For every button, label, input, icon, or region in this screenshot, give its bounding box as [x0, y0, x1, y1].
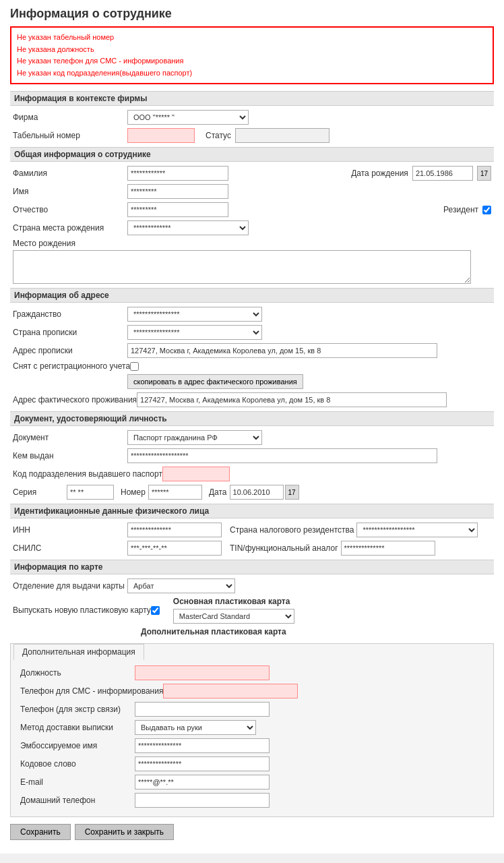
extra-tab-content: Должность Телефон для СМС - информирован…: [11, 660, 493, 816]
ident-section: Идентификационные данные физического лиц…: [10, 504, 494, 556]
extra-phone-input[interactable]: [135, 702, 270, 717]
tin-input[interactable]: [341, 541, 435, 556]
status-label: Статус: [206, 131, 231, 140]
reg-address-input[interactable]: [127, 343, 437, 358]
error-box: Не указан табельный номер Не указана дол…: [10, 26, 494, 84]
tab-num-input[interactable]: [127, 128, 195, 143]
tab-num-row: Табельный номер Статус: [10, 128, 494, 143]
new-card-row: Выпускать новую пластиковую карту Основн…: [10, 597, 494, 624]
firstname-row: Имя: [10, 184, 494, 199]
birth-place-label: Место рождения: [13, 239, 127, 248]
extra-tab[interactable]: Дополнительная информация: [13, 644, 144, 660]
save-close-button[interactable]: Сохранить и закрыть: [75, 824, 174, 840]
reg-country-select[interactable]: ****************: [127, 325, 262, 340]
doc-type-select[interactable]: Паспорт гражданина РФ: [127, 430, 262, 445]
general-section-header: Общая информация о сотруднике: [10, 147, 494, 162]
fact-address-input[interactable]: [137, 392, 447, 407]
div-code-label: Код подразделения выдавшего паспорт: [13, 469, 162, 479]
citizenship-select[interactable]: ****************: [127, 307, 262, 322]
emboss-row: Эмбоссируемое имя: [18, 738, 486, 753]
doc-series-row: Серия Номер Дата 17: [10, 485, 494, 500]
lastname-input[interactable]: [127, 166, 228, 181]
tin-label: TIN/функциональный аналог: [230, 543, 338, 553]
date-issued-picker[interactable]: 17: [285, 485, 299, 500]
series-input[interactable]: [67, 485, 114, 500]
inn-input[interactable]: [127, 523, 222, 537]
doc-type-label: Документ: [13, 433, 127, 442]
tab-num-label: Табельный номер: [13, 131, 127, 140]
date-issued-label: Дата: [209, 487, 227, 497]
position-label: Должность: [20, 668, 135, 678]
firm-section-header: Информация в контексте фирмы: [10, 91, 494, 106]
emboss-input[interactable]: [135, 738, 270, 753]
footer-buttons: Сохранить Сохранить и закрыть: [10, 824, 494, 840]
tab-header: Дополнительная информация: [11, 644, 493, 660]
date-issued-input[interactable]: [230, 485, 284, 500]
birth-date-label: Дата рождения: [351, 169, 408, 178]
extra-phone-label: Телефон (для экстр связи): [20, 705, 135, 714]
inn-row: ИНН Страна налогового резидентства *****…: [10, 523, 494, 537]
deregistered-row: Снят с регистрационного учета: [10, 361, 494, 371]
birth-place-row: Место рождения: [10, 239, 494, 284]
home-phone-row: Домашний телефон: [18, 793, 486, 808]
home-phone-input[interactable]: [135, 793, 270, 808]
copy-address-button[interactable]: скопировать в адрес фактического прожива…: [127, 374, 303, 389]
lastname-row: Фамилия Дата рождения 17: [10, 166, 494, 181]
status-input[interactable]: [235, 128, 329, 143]
tax-country-select[interactable]: ******************: [356, 523, 478, 537]
save-button[interactable]: Сохранить: [10, 824, 71, 840]
resident-label: Резидент: [443, 205, 478, 214]
new-card-checkbox[interactable]: [151, 606, 160, 615]
firm-select[interactable]: ООО "***** ": [127, 110, 249, 125]
position-input[interactable]: [135, 665, 270, 680]
reg-address-row: Адрес прописки: [10, 343, 494, 358]
snils-input[interactable]: [127, 541, 222, 556]
country-birth-row: Страна места рождения *************: [10, 220, 494, 235]
address-section: Информация об адресе Гражданство *******…: [10, 288, 494, 407]
extra-phone-row: Телефон (для экстр связи): [18, 702, 486, 717]
birth-date-input[interactable]: [412, 166, 473, 181]
code-word-input[interactable]: [135, 756, 270, 771]
number-input[interactable]: [148, 485, 202, 500]
error-2: Не указана должность: [17, 44, 487, 56]
reg-country-row: Страна прописки ****************: [10, 325, 494, 340]
deregistered-checkbox[interactable]: [130, 362, 139, 371]
firm-row: Фирма ООО "***** ": [10, 110, 494, 125]
deregistered-label: Снят с регистрационного учета: [13, 361, 130, 371]
email-row: E-mail: [18, 775, 486, 790]
div-code-input[interactable]: [162, 467, 230, 481]
address-section-header: Информация об адресе: [10, 288, 494, 303]
sms-phone-input[interactable]: [163, 684, 298, 698]
birth-place-textarea[interactable]: [13, 250, 471, 284]
snils-row: СНИЛС TIN/функциональный аналог: [10, 541, 494, 556]
patronymic-input[interactable]: [127, 202, 228, 217]
main-card-label: Основная пластиковая карта: [173, 597, 491, 606]
branch-select[interactable]: Арбат: [127, 578, 235, 593]
patronymic-row: Отчество Резидент: [10, 202, 494, 217]
birth-date-picker[interactable]: 17: [477, 166, 491, 181]
new-card-label: Выпускать новую пластиковую карту: [13, 605, 151, 615]
extra-card-label: Дополнительная пластиковая карта: [141, 627, 491, 636]
country-birth-select[interactable]: *************: [127, 220, 249, 235]
error-4: Не указан код подразделения(выдавшего па…: [17, 67, 487, 80]
email-input[interactable]: [135, 775, 270, 790]
card-section-header: Информация по карте: [10, 560, 494, 574]
firm-label: Фирма: [13, 113, 127, 122]
citizenship-label: Гражданство: [13, 309, 127, 319]
doc-type-row: Документ Паспорт гражданина РФ: [10, 430, 494, 445]
resident-checkbox[interactable]: [482, 206, 491, 214]
issued-by-label: Кем выдан: [13, 451, 127, 460]
main-card-select[interactable]: MasterCard Standard: [173, 609, 294, 624]
extra-card-row: Дополнительная пластиковая карта: [10, 627, 494, 639]
ident-section-header: Идентификационные данные физического лиц…: [10, 504, 494, 518]
inn-label: ИНН: [13, 525, 127, 535]
firstname-input[interactable]: [127, 184, 228, 199]
extra-tab-container: Дополнительная информация Должность Теле…: [10, 643, 494, 817]
fact-address-label: Адрес фактического проживания: [13, 395, 137, 405]
email-label: E-mail: [20, 777, 135, 787]
fact-address-row: Адрес фактического проживания: [10, 392, 494, 407]
snils-label: СНИЛС: [13, 543, 127, 553]
issued-by-input[interactable]: [127, 448, 437, 463]
delivery-select[interactable]: Выдавать на руки: [135, 720, 256, 735]
error-1: Не указан табельный номер: [17, 32, 487, 44]
